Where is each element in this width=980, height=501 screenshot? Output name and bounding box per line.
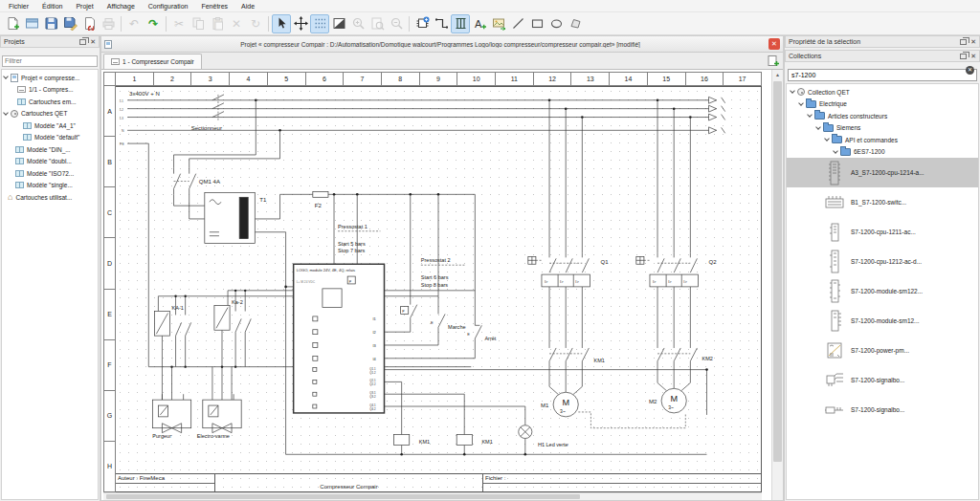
- open-project-icon: [25, 16, 39, 31]
- tree-item-modele[interactable]: Modèle "single...: [2, 180, 98, 192]
- menu-affichage[interactable]: Affichage: [100, 2, 142, 11]
- dock-float-button[interactable]: [960, 39, 967, 45]
- menu-fichier[interactable]: Fichier: [2, 2, 35, 11]
- tree-item-label: Electrique: [819, 100, 847, 107]
- add-diagram-button[interactable]: [767, 54, 781, 68]
- tree-item-collection-qet[interactable]: Collection QET: [787, 86, 978, 98]
- add-conductor-button[interactable]: [432, 14, 451, 33]
- add-terminal-button[interactable]: [451, 14, 470, 33]
- zoom-in-button[interactable]: [348, 14, 368, 33]
- project-window-close-button[interactable]: ✕: [768, 38, 780, 50]
- vscroll-thumb[interactable]: [773, 81, 782, 462]
- add-ellipse-button[interactable]: [546, 14, 566, 33]
- delete-button[interactable]: ✕: [227, 14, 246, 33]
- grid-toggle-button[interactable]: [310, 14, 329, 33]
- element-item[interactable]: B1_S7-1200-switc...: [787, 187, 978, 217]
- tree-item-electrique[interactable]: Electrique: [787, 98, 978, 111]
- menu-projet[interactable]: Projet: [69, 2, 100, 11]
- background-toggle-button[interactable]: [329, 14, 348, 33]
- zoom-out-button[interactable]: [387, 14, 406, 33]
- dock-close-button[interactable]: ✕: [970, 53, 976, 59]
- add-rectangle-button[interactable]: [527, 14, 546, 33]
- add-element-button[interactable]: [412, 14, 432, 33]
- motor2-letter: M: [670, 394, 678, 403]
- title-block[interactable]: Auteur : FineMeca Compresseur Compair Fi…: [116, 473, 761, 491]
- tree-item-modele[interactable]: Modèle "ISO72...: [2, 167, 98, 180]
- dock-close-button[interactable]: ✕: [970, 38, 976, 45]
- menu-configuration[interactable]: Configuration: [142, 2, 195, 11]
- save-as-button[interactable]: [60, 14, 79, 33]
- tree-item-label: Modèle "DIN_...: [27, 146, 71, 153]
- rotate-button[interactable]: ↻: [246, 14, 265, 33]
- vertical-scrollbar[interactable]: ▴: [771, 70, 783, 500]
- paste-button[interactable]: [208, 14, 227, 33]
- undo-icon: ↶: [129, 18, 139, 30]
- print-button[interactable]: [99, 14, 118, 33]
- select-cursor-icon: [275, 16, 289, 31]
- ellipse-icon: [549, 16, 564, 31]
- diagram-sheet[interactable]: 3x400V + N L1 L2 L3 N PE Sectionneur QM1…: [116, 86, 762, 492]
- close-project-button[interactable]: [79, 14, 99, 33]
- tree-item-articles-constructeurs[interactable]: Articles constructeurs: [787, 110, 978, 122]
- toolbar-separator: [166, 16, 167, 32]
- diagram-canvas[interactable]: 1234567891011121314151617 ABCDEFGH: [101, 70, 771, 500]
- tree-item-label: Cartouches utilisat...: [15, 194, 72, 201]
- save-button[interactable]: [41, 14, 60, 33]
- element-item[interactable]: S7-1200-module-sm12...: [787, 306, 978, 336]
- collection-search-input[interactable]: [788, 69, 977, 81]
- tree-item-siemens[interactable]: Siemens: [787, 122, 978, 135]
- element-item[interactable]: S7-1200-signalbo...: [787, 395, 978, 425]
- tree-item-6es7-1200[interactable]: 6ES7-1200: [787, 146, 978, 159]
- open-project-button[interactable]: [22, 14, 41, 33]
- dock-close-button[interactable]: ✕: [90, 38, 96, 45]
- element-item[interactable]: S7-1200-cpu-1211-ac...: [787, 217, 978, 247]
- element-item[interactable]: S7-1200-signalbo...: [787, 365, 978, 395]
- tree-item-modele[interactable]: Modèle "DIN_...: [2, 143, 98, 156]
- pan-mode-button[interactable]: [291, 14, 310, 33]
- element-item[interactable]: S7-1200-power-pm...: [787, 336, 978, 365]
- menu-aide[interactable]: Aide: [234, 2, 261, 11]
- element-item[interactable]: S7-1200-module-sm122...: [787, 276, 978, 306]
- row-header-cell: G: [103, 391, 116, 442]
- tree-item-project[interactable]: Projet « compresse...: [2, 72, 98, 84]
- zoom-fit-button[interactable]: [368, 14, 387, 33]
- element-label: B1_S7-1200-switc...: [851, 199, 906, 206]
- scroll-up-icon[interactable]: ▴: [776, 70, 779, 80]
- tree-item-cartouches-qet[interactable]: Cartouches QET: [2, 108, 98, 120]
- menu-edition[interactable]: Édition: [35, 2, 69, 11]
- filter-input[interactable]: [2, 55, 98, 67]
- sectionneur-label: Sectionneur: [191, 125, 222, 131]
- tree-item-diagram[interactable]: 1/1 - Compres...: [2, 84, 98, 97]
- new-project-button[interactable]: [3, 14, 22, 33]
- menu-fenetres[interactable]: Fenêtres: [194, 2, 234, 11]
- tree-item-cartouches-embarques[interactable]: Cartouches em...: [2, 96, 98, 108]
- folder-icon: [823, 124, 834, 132]
- redo-button[interactable]: ↷: [144, 14, 163, 33]
- tree-item-modele[interactable]: Modèle "doubl...: [2, 156, 98, 168]
- copy-button[interactable]: [189, 14, 208, 33]
- clear-search-icon[interactable]: ✕: [966, 66, 974, 75]
- add-text-button[interactable]: A: [470, 14, 489, 33]
- element-label: S7-1200-signalbo...: [851, 406, 904, 413]
- tree-item-cartouches-utilisateur[interactable]: ⌂Cartouches utilisat...: [2, 191, 98, 204]
- undo-button[interactable]: ↶: [124, 14, 144, 33]
- tab-compresseur-compair[interactable]: 1 - Compresseur Compair: [103, 54, 202, 69]
- column-header-cell: 9: [419, 72, 458, 86]
- dock-float-button[interactable]: [79, 39, 86, 45]
- element-item-selected[interactable]: A3_S7-1200-cpu-1214-a...: [787, 158, 978, 187]
- tree-item-modele[interactable]: Modèle "A4_1": [2, 120, 98, 132]
- tree-item-modele[interactable]: Modèle "default": [2, 132, 98, 144]
- dock-float-button[interactable]: [960, 54, 967, 59]
- selection-properties-title: Propriété de la sélection: [789, 38, 960, 45]
- tree-item-api-et-commandes[interactable]: API et commandes: [787, 134, 978, 146]
- add-image-button[interactable]: [489, 14, 508, 33]
- cut-button[interactable]: ✂: [169, 14, 189, 33]
- element-item[interactable]: S7-1200-cpu-1212-ac-d...: [787, 247, 978, 276]
- add-polygon-button[interactable]: [566, 14, 585, 33]
- add-line-button[interactable]: [508, 14, 527, 33]
- horizontal-scrollbar[interactable]: [103, 492, 762, 500]
- hscroll-thumb[interactable]: [106, 494, 580, 499]
- column-header: 1234567891011121314151617: [103, 72, 762, 86]
- column-header-cell: 1: [115, 72, 154, 86]
- select-mode-button[interactable]: [272, 14, 291, 33]
